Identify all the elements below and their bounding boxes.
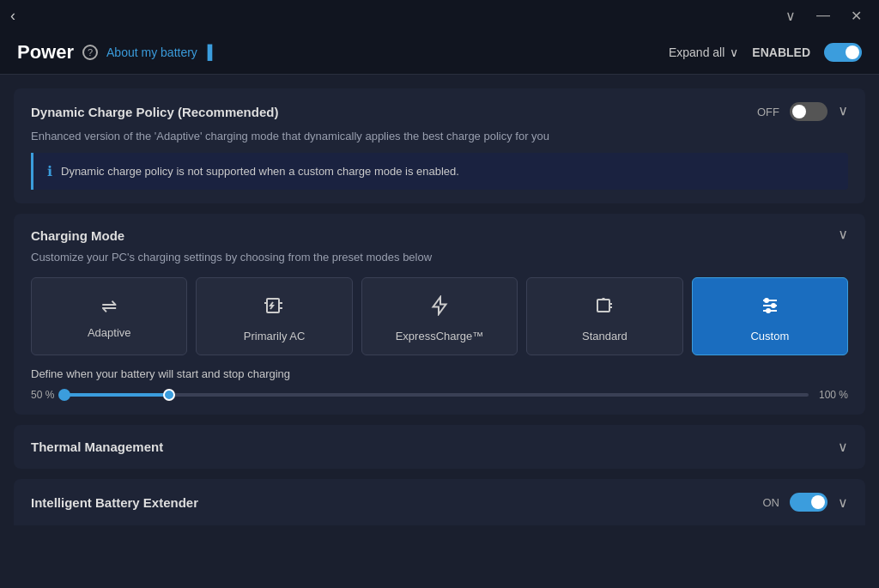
slider-thumb-end[interactable] <box>163 389 175 401</box>
slider-max-label: 100 % <box>819 389 848 401</box>
dynamic-charge-chevron[interactable]: ∧ <box>838 104 848 120</box>
ibe-title: Intelligent Battery Extender <box>31 495 198 510</box>
slider-row: 50 % 100 % <box>31 389 848 401</box>
about-battery-label: About my battery <box>106 45 197 59</box>
dynamic-charge-title: Dynamic Charge Policy (Recommended) <box>31 105 278 119</box>
charge-slider-section: Define when your battery will start and … <box>31 367 848 401</box>
charging-mode-header[interactable]: Charging Mode ∧ <box>31 227 848 244</box>
ibe-header[interactable]: Intelligent Battery Extender ON ∨ <box>31 493 848 512</box>
adaptive-label: Adaptive <box>88 326 131 339</box>
ibe-toggle[interactable] <box>790 493 827 512</box>
enabled-label: ENABLED <box>752 45 810 59</box>
custom-icon <box>760 295 780 321</box>
thermal-management-section: Thermal Management ∨ <box>14 425 865 469</box>
mode-cards-container: ⇌ Adaptive Primarily AC <box>31 277 848 355</box>
svg-point-12 <box>765 299 768 302</box>
maximize-icon[interactable]: ∨ <box>779 4 803 27</box>
expand-all-chevron: ∨ <box>730 45 738 59</box>
svg-point-14 <box>767 309 770 312</box>
dynamic-charge-desc: Enhanced version of the 'Adaptive' charg… <box>31 130 848 142</box>
slider-label: Define when your battery will start and … <box>31 367 848 380</box>
custom-mode-card[interactable]: Custom <box>692 277 848 355</box>
close-icon[interactable]: ✕ <box>844 4 869 27</box>
battery-icon: ▐ <box>203 45 212 60</box>
page-title: Power <box>17 41 74 64</box>
header-right: Expand all ∨ ENABLED <box>669 43 862 62</box>
adaptive-icon: ⇌ <box>101 295 117 318</box>
slider-fill <box>64 393 168 397</box>
info-icon: ℹ <box>47 163 52 179</box>
standard-icon <box>594 295 615 321</box>
express-charge-mode-card[interactable]: ExpressCharge™ <box>361 277 518 355</box>
title-bar-controls: ∨ — ✕ <box>779 4 869 27</box>
app-header: Power ? About my battery ▐ Expand all ∨ … <box>0 31 879 75</box>
charging-mode-chevron[interactable]: ∧ <box>838 227 848 244</box>
svg-marker-4 <box>433 297 446 314</box>
info-text: Dynamic charge policy is not supported w… <box>61 165 459 178</box>
express-charge-icon <box>429 295 450 321</box>
ibe-chevron[interactable]: ∨ <box>838 494 848 511</box>
slider-min-label: 50 % <box>31 389 54 401</box>
thermal-management-header[interactable]: Thermal Management ∨ <box>31 439 848 455</box>
charging-mode-title: Charging Mode <box>31 228 124 243</box>
charging-mode-desc: Customize your PC's charging settings by… <box>31 251 848 264</box>
charge-slider-track[interactable] <box>64 393 809 397</box>
main-content: Dynamic Charge Policy (Recommended) OFF … <box>0 75 879 539</box>
svg-point-13 <box>772 304 775 307</box>
intelligent-battery-section: Intelligent Battery Extender ON ∨ <box>14 479 865 525</box>
slider-thumb-start[interactable] <box>58 389 70 401</box>
thermal-management-title: Thermal Management <box>31 439 163 454</box>
custom-label: Custom <box>750 330 789 342</box>
dynamic-charge-section: Dynamic Charge Policy (Recommended) OFF … <box>14 88 865 203</box>
help-icon[interactable]: ? <box>82 45 98 60</box>
standard-label: Standard <box>582 330 627 342</box>
expand-all-label: Expand all <box>669 45 724 59</box>
dynamic-charge-toggle[interactable] <box>790 102 827 121</box>
primarily-ac-mode-card[interactable]: Primarily AC <box>196 277 352 355</box>
enabled-toggle[interactable] <box>824 43 862 62</box>
adaptive-mode-card[interactable]: ⇌ Adaptive <box>31 277 187 355</box>
thermal-management-chevron[interactable]: ∨ <box>838 439 848 455</box>
dynamic-charge-off-label: OFF <box>757 106 779 118</box>
back-button[interactable]: ‹ <box>10 7 15 25</box>
header-left: Power ? About my battery ▐ <box>17 41 212 64</box>
standard-mode-card[interactable]: Standard <box>526 277 682 355</box>
dynamic-charge-info-box: ℹ Dynamic charge policy is not supported… <box>31 153 848 190</box>
primarily-ac-icon <box>264 295 285 321</box>
title-bar-left: ‹ <box>10 7 15 25</box>
expand-all-button[interactable]: Expand all ∨ <box>669 45 738 59</box>
title-bar: ‹ ∨ — ✕ <box>0 0 879 31</box>
dynamic-charge-header[interactable]: Dynamic Charge Policy (Recommended) OFF … <box>31 102 848 121</box>
ibe-controls: ON ∨ <box>763 493 849 512</box>
about-battery-link[interactable]: About my battery ▐ <box>106 45 212 60</box>
express-charge-label: ExpressCharge™ <box>396 330 484 342</box>
ibe-on-label: ON <box>763 496 780 509</box>
minimize-icon[interactable]: — <box>809 4 837 27</box>
primarily-ac-label: Primarily AC <box>244 330 306 342</box>
dynamic-charge-controls: OFF ∧ <box>757 102 848 121</box>
svg-rect-5 <box>597 300 609 312</box>
charging-mode-section: Charging Mode ∧ Customize your PC's char… <box>14 214 865 415</box>
